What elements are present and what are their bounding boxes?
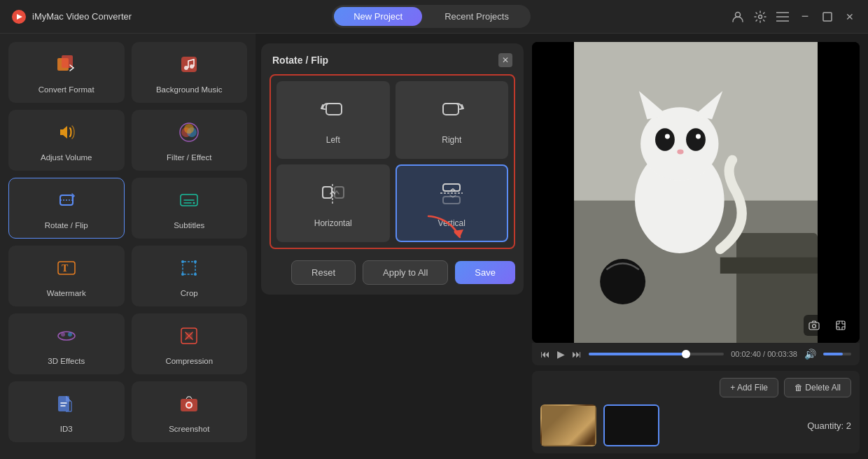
- sidebar-item-label-crop: Crop: [181, 289, 198, 297]
- rotate-flip-icon: [55, 188, 78, 216]
- file-manager: + Add File 🗑 Delete All Quantity: 2: [532, 371, 860, 453]
- sidebar-item-label-watermark: Watermark: [47, 289, 86, 297]
- compression-icon: [177, 324, 201, 351]
- svg-point-20: [181, 260, 184, 263]
- skip-forward-button[interactable]: ⏭: [572, 348, 582, 360]
- sidebar-item-compression[interactable]: Compression: [132, 313, 248, 374]
- reset-button[interactable]: Reset: [291, 260, 356, 285]
- svg-rect-56: [836, 321, 845, 330]
- svg-point-9: [190, 64, 194, 69]
- svg-point-49: [686, 128, 706, 150]
- file-manager-toolbar: + Add File 🗑 Delete All: [540, 378, 851, 397]
- sidebar-item-label-bg-music: Background Music: [156, 85, 223, 94]
- thumbnails-row: Quantity: 2: [540, 404, 851, 446]
- skip-back-button[interactable]: ⏮: [540, 348, 550, 360]
- flip-horizontal-icon: [319, 181, 347, 211]
- sidebar-item-convert-format[interactable]: Convert Format: [8, 42, 125, 103]
- svg-rect-19: [183, 262, 195, 274]
- sidebar-item-adjust-volume[interactable]: Adjust Volume: [8, 110, 125, 171]
- sidebar-item-id3[interactable]: ID3: [8, 381, 125, 442]
- sidebar-item-label-volume: Adjust Volume: [41, 153, 92, 162]
- sidebar-item-subtitles[interactable]: Subtitles: [132, 178, 248, 239]
- watermark-icon: T: [55, 256, 78, 283]
- close-button[interactable]: ✕: [843, 10, 857, 24]
- sidebar-item-filter-effect[interactable]: Filter / Effect: [132, 110, 248, 171]
- minimize-button[interactable]: −: [798, 10, 812, 24]
- video-controls: ⏮ ▶ ⏭ 00:02:40 / 00:03:38 🔊: [532, 343, 860, 365]
- rotate-right-label: Right: [442, 135, 461, 145]
- play-button[interactable]: ▶: [557, 348, 565, 360]
- sidebar-item-crop[interactable]: Crop: [132, 246, 248, 306]
- apply-to-all-button[interactable]: Apply to All: [363, 260, 448, 285]
- video-canvas: [532, 42, 860, 343]
- svg-point-25: [61, 332, 65, 337]
- flip-vertical-label: Vertical: [438, 218, 465, 228]
- delete-all-button[interactable]: 🗑 Delete All: [784, 378, 851, 397]
- main-layout: Convert Format Background Music: [0, 34, 868, 459]
- save-button[interactable]: Save: [455, 261, 515, 284]
- svg-point-24: [58, 332, 75, 340]
- menu-icon[interactable]: [776, 10, 790, 24]
- time-display: 00:02:40 / 00:03:38: [731, 350, 797, 358]
- app-logo: [11, 9, 27, 24]
- camera-icon[interactable]: [804, 315, 825, 336]
- rotate-right-icon: [438, 98, 465, 128]
- svg-point-53: [600, 259, 645, 304]
- maximize-button[interactable]: [820, 10, 834, 24]
- rotate-right-button[interactable]: Right: [396, 81, 509, 159]
- titlebar-left: iMyMac Video Converter: [11, 9, 132, 24]
- sidebar-item-rotate-flip[interactable]: Rotate / Flip: [8, 178, 125, 239]
- progress-thumb[interactable]: [682, 350, 690, 358]
- volume-icon[interactable]: 🔊: [804, 348, 816, 360]
- preview-toolbar: [804, 315, 851, 336]
- flip-vertical-button[interactable]: Vertical: [396, 164, 509, 242]
- svg-point-48: [655, 128, 675, 150]
- sidebar-item-3d-effects[interactable]: 3D Effects: [8, 313, 125, 374]
- sidebar-item-label-filter: Filter / Effect: [167, 153, 211, 162]
- rotate-grid: Left Right: [276, 81, 508, 242]
- thumbnail-food[interactable]: [540, 404, 596, 446]
- flip-horizontal-button[interactable]: Horizontal: [276, 164, 390, 242]
- sidebar-item-label-3d: 3D Effects: [48, 357, 85, 365]
- svg-point-52: [677, 150, 683, 155]
- progress-bar[interactable]: [589, 353, 724, 355]
- svg-point-8: [184, 66, 188, 70]
- sidebar-item-label-rotate: Rotate / Flip: [45, 221, 88, 230]
- quantity-label: Quantity: 2: [807, 421, 851, 431]
- adjust-volume-icon: [55, 120, 78, 148]
- add-file-button[interactable]: + Add File: [720, 378, 778, 397]
- tab-recent-projects[interactable]: Recent Projects: [425, 7, 528, 26]
- rotate-options-container: Left Right: [270, 74, 515, 249]
- svg-point-21: [194, 260, 197, 263]
- rotate-left-icon: [319, 98, 347, 128]
- volume-bar[interactable]: [823, 353, 851, 355]
- svg-point-32: [187, 403, 191, 407]
- tab-bar: New Project Recent Projects: [332, 5, 531, 28]
- expand-icon[interactable]: [830, 315, 851, 336]
- svg-rect-38: [443, 197, 460, 204]
- svg-rect-54: [809, 323, 819, 330]
- background-music-icon: [177, 52, 201, 80]
- svg-point-16: [193, 202, 195, 204]
- settings-icon[interactable]: [753, 10, 767, 24]
- sidebar-item-label-screenshot: Screenshot: [169, 425, 209, 433]
- rotate-panel-close-button[interactable]: ✕: [498, 53, 512, 67]
- sidebar-item-label-convert: Convert Format: [38, 85, 94, 94]
- rotate-left-button[interactable]: Left: [276, 81, 390, 159]
- rotate-flip-panel: Rotate / Flip ✕ Left: [261, 43, 524, 295]
- progress-fill: [589, 353, 686, 355]
- filter-effect-icon: [177, 120, 201, 148]
- sidebar: Convert Format Background Music: [0, 34, 255, 459]
- sidebar-item-watermark[interactable]: T Watermark: [8, 246, 125, 306]
- sidebar-item-screenshot[interactable]: Screenshot: [132, 381, 248, 442]
- thumbnail-black[interactable]: [603, 404, 659, 446]
- svg-rect-43: [720, 257, 818, 274]
- tab-new-project[interactable]: New Project: [334, 7, 422, 26]
- svg-rect-28: [186, 332, 192, 339]
- sidebar-item-background-music[interactable]: Background Music: [132, 42, 248, 103]
- sidebar-item-label-id3: ID3: [60, 425, 73, 433]
- right-panel: ⏮ ▶ ⏭ 00:02:40 / 00:03:38 🔊 + Add File 🗑…: [529, 34, 868, 459]
- titlebar-right: − ✕: [731, 10, 857, 24]
- user-icon[interactable]: [731, 10, 745, 24]
- svg-rect-34: [443, 104, 458, 115]
